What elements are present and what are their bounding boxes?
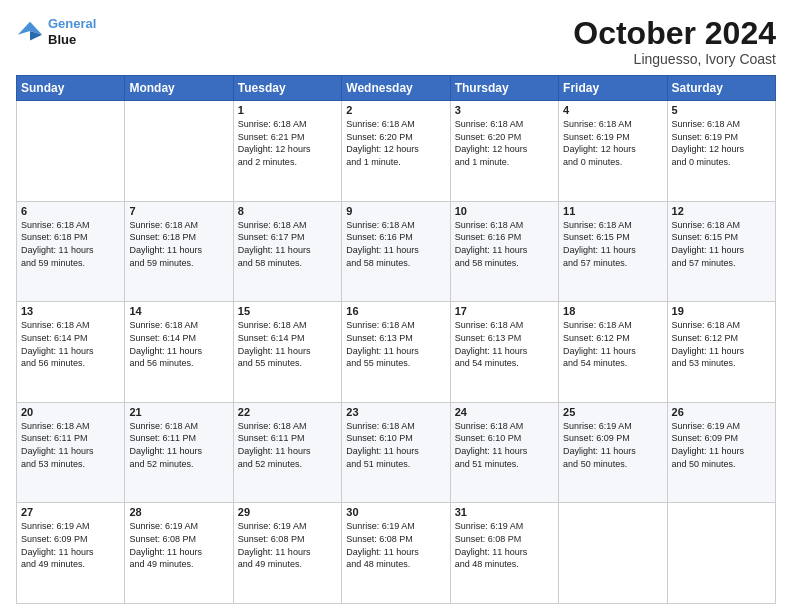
- day-info: Sunrise: 6:18 AM Sunset: 6:18 PM Dayligh…: [129, 219, 228, 269]
- day-info: Sunrise: 6:18 AM Sunset: 6:19 PM Dayligh…: [563, 118, 662, 168]
- day-number: 8: [238, 205, 337, 217]
- day-info: Sunrise: 6:18 AM Sunset: 6:14 PM Dayligh…: [238, 319, 337, 369]
- calendar-cell: 3Sunrise: 6:18 AM Sunset: 6:20 PM Daylig…: [450, 101, 558, 202]
- calendar-cell: 11Sunrise: 6:18 AM Sunset: 6:15 PM Dayli…: [559, 201, 667, 302]
- calendar-cell: 12Sunrise: 6:18 AM Sunset: 6:15 PM Dayli…: [667, 201, 775, 302]
- day-info: Sunrise: 6:18 AM Sunset: 6:12 PM Dayligh…: [563, 319, 662, 369]
- day-info: Sunrise: 6:19 AM Sunset: 6:09 PM Dayligh…: [563, 420, 662, 470]
- day-info: Sunrise: 6:18 AM Sunset: 6:15 PM Dayligh…: [563, 219, 662, 269]
- day-info: Sunrise: 6:19 AM Sunset: 6:08 PM Dayligh…: [238, 520, 337, 570]
- week-row-3: 13Sunrise: 6:18 AM Sunset: 6:14 PM Dayli…: [17, 302, 776, 403]
- day-info: Sunrise: 6:18 AM Sunset: 6:13 PM Dayligh…: [346, 319, 445, 369]
- day-info: Sunrise: 6:18 AM Sunset: 6:17 PM Dayligh…: [238, 219, 337, 269]
- day-number: 22: [238, 406, 337, 418]
- day-info: Sunrise: 6:19 AM Sunset: 6:09 PM Dayligh…: [672, 420, 771, 470]
- calendar-cell: 30Sunrise: 6:19 AM Sunset: 6:08 PM Dayli…: [342, 503, 450, 604]
- day-info: Sunrise: 6:19 AM Sunset: 6:08 PM Dayligh…: [455, 520, 554, 570]
- day-info: Sunrise: 6:18 AM Sunset: 6:11 PM Dayligh…: [129, 420, 228, 470]
- day-number: 23: [346, 406, 445, 418]
- calendar-cell: 14Sunrise: 6:18 AM Sunset: 6:14 PM Dayli…: [125, 302, 233, 403]
- calendar-cell: [559, 503, 667, 604]
- calendar-cell: 6Sunrise: 6:18 AM Sunset: 6:18 PM Daylig…: [17, 201, 125, 302]
- day-info: Sunrise: 6:18 AM Sunset: 6:11 PM Dayligh…: [238, 420, 337, 470]
- calendar-cell: 4Sunrise: 6:18 AM Sunset: 6:19 PM Daylig…: [559, 101, 667, 202]
- day-info: Sunrise: 6:18 AM Sunset: 6:10 PM Dayligh…: [346, 420, 445, 470]
- calendar-cell: [17, 101, 125, 202]
- calendar-cell: 9Sunrise: 6:18 AM Sunset: 6:16 PM Daylig…: [342, 201, 450, 302]
- day-number: 11: [563, 205, 662, 217]
- day-number: 21: [129, 406, 228, 418]
- day-number: 30: [346, 506, 445, 518]
- day-number: 15: [238, 305, 337, 317]
- calendar-cell: [125, 101, 233, 202]
- calendar-cell: 28Sunrise: 6:19 AM Sunset: 6:08 PM Dayli…: [125, 503, 233, 604]
- day-number: 14: [129, 305, 228, 317]
- calendar-cell: 24Sunrise: 6:18 AM Sunset: 6:10 PM Dayli…: [450, 402, 558, 503]
- weekday-header-monday: Monday: [125, 76, 233, 101]
- day-info: Sunrise: 6:19 AM Sunset: 6:08 PM Dayligh…: [129, 520, 228, 570]
- calendar-cell: 27Sunrise: 6:19 AM Sunset: 6:09 PM Dayli…: [17, 503, 125, 604]
- day-number: 3: [455, 104, 554, 116]
- day-number: 18: [563, 305, 662, 317]
- location: Linguesso, Ivory Coast: [573, 51, 776, 67]
- day-info: Sunrise: 6:19 AM Sunset: 6:08 PM Dayligh…: [346, 520, 445, 570]
- week-row-2: 6Sunrise: 6:18 AM Sunset: 6:18 PM Daylig…: [17, 201, 776, 302]
- header: General Blue October 2024 Linguesso, Ivo…: [16, 16, 776, 67]
- calendar-cell: 8Sunrise: 6:18 AM Sunset: 6:17 PM Daylig…: [233, 201, 341, 302]
- calendar-cell: 20Sunrise: 6:18 AM Sunset: 6:11 PM Dayli…: [17, 402, 125, 503]
- weekday-header-row: SundayMondayTuesdayWednesdayThursdayFrid…: [17, 76, 776, 101]
- calendar-cell: 19Sunrise: 6:18 AM Sunset: 6:12 PM Dayli…: [667, 302, 775, 403]
- day-number: 16: [346, 305, 445, 317]
- day-number: 29: [238, 506, 337, 518]
- calendar-cell: 26Sunrise: 6:19 AM Sunset: 6:09 PM Dayli…: [667, 402, 775, 503]
- calendar-cell: 7Sunrise: 6:18 AM Sunset: 6:18 PM Daylig…: [125, 201, 233, 302]
- calendar-cell: 31Sunrise: 6:19 AM Sunset: 6:08 PM Dayli…: [450, 503, 558, 604]
- day-info: Sunrise: 6:19 AM Sunset: 6:09 PM Dayligh…: [21, 520, 120, 570]
- calendar-cell: 10Sunrise: 6:18 AM Sunset: 6:16 PM Dayli…: [450, 201, 558, 302]
- month-title: October 2024: [573, 16, 776, 51]
- day-number: 28: [129, 506, 228, 518]
- weekday-header-friday: Friday: [559, 76, 667, 101]
- day-info: Sunrise: 6:18 AM Sunset: 6:18 PM Dayligh…: [21, 219, 120, 269]
- day-number: 26: [672, 406, 771, 418]
- calendar-cell: 16Sunrise: 6:18 AM Sunset: 6:13 PM Dayli…: [342, 302, 450, 403]
- calendar-cell: [667, 503, 775, 604]
- day-info: Sunrise: 6:18 AM Sunset: 6:11 PM Dayligh…: [21, 420, 120, 470]
- page: General Blue October 2024 Linguesso, Ivo…: [0, 0, 792, 612]
- calendar-cell: 17Sunrise: 6:18 AM Sunset: 6:13 PM Dayli…: [450, 302, 558, 403]
- calendar-table: SundayMondayTuesdayWednesdayThursdayFrid…: [16, 75, 776, 604]
- day-info: Sunrise: 6:18 AM Sunset: 6:13 PM Dayligh…: [455, 319, 554, 369]
- logo-text: General Blue: [48, 16, 96, 47]
- day-info: Sunrise: 6:18 AM Sunset: 6:14 PM Dayligh…: [129, 319, 228, 369]
- day-number: 1: [238, 104, 337, 116]
- day-number: 31: [455, 506, 554, 518]
- calendar-cell: 2Sunrise: 6:18 AM Sunset: 6:20 PM Daylig…: [342, 101, 450, 202]
- week-row-5: 27Sunrise: 6:19 AM Sunset: 6:09 PM Dayli…: [17, 503, 776, 604]
- day-number: 5: [672, 104, 771, 116]
- weekday-header-sunday: Sunday: [17, 76, 125, 101]
- day-number: 25: [563, 406, 662, 418]
- week-row-1: 1Sunrise: 6:18 AM Sunset: 6:21 PM Daylig…: [17, 101, 776, 202]
- day-number: 6: [21, 205, 120, 217]
- logo: General Blue: [16, 16, 96, 47]
- calendar-cell: 25Sunrise: 6:19 AM Sunset: 6:09 PM Dayli…: [559, 402, 667, 503]
- day-info: Sunrise: 6:18 AM Sunset: 6:21 PM Dayligh…: [238, 118, 337, 168]
- weekday-header-wednesday: Wednesday: [342, 76, 450, 101]
- day-info: Sunrise: 6:18 AM Sunset: 6:19 PM Dayligh…: [672, 118, 771, 168]
- logo-icon: [16, 18, 44, 46]
- day-number: 19: [672, 305, 771, 317]
- weekday-header-thursday: Thursday: [450, 76, 558, 101]
- day-number: 17: [455, 305, 554, 317]
- day-number: 2: [346, 104, 445, 116]
- title-block: October 2024 Linguesso, Ivory Coast: [573, 16, 776, 67]
- day-number: 10: [455, 205, 554, 217]
- day-number: 12: [672, 205, 771, 217]
- calendar-cell: 1Sunrise: 6:18 AM Sunset: 6:21 PM Daylig…: [233, 101, 341, 202]
- calendar-cell: 5Sunrise: 6:18 AM Sunset: 6:19 PM Daylig…: [667, 101, 775, 202]
- day-info: Sunrise: 6:18 AM Sunset: 6:12 PM Dayligh…: [672, 319, 771, 369]
- day-number: 4: [563, 104, 662, 116]
- day-info: Sunrise: 6:18 AM Sunset: 6:20 PM Dayligh…: [346, 118, 445, 168]
- day-number: 13: [21, 305, 120, 317]
- weekday-header-saturday: Saturday: [667, 76, 775, 101]
- day-number: 9: [346, 205, 445, 217]
